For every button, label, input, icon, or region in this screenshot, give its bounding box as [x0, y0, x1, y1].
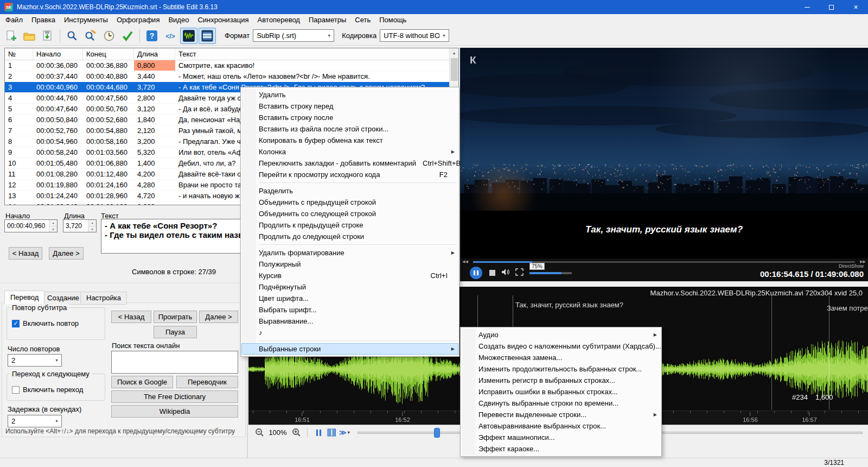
menu-option[interactable]: Полужирный: [241, 258, 458, 270]
zoom-in-button[interactable]: [290, 427, 303, 439]
menu-option[interactable]: Эффект машинописи...: [461, 432, 661, 443]
menu-option[interactable]: Выравнивание...: [241, 315, 458, 327]
menu-option[interactable]: Автовыравнивание выбранных строк...: [461, 420, 661, 432]
column-header-text[interactable]: Текст: [175, 48, 450, 60]
waveform-view-mode-button[interactable]: [325, 427, 338, 439]
menu-option[interactable]: Разделить: [241, 185, 458, 197]
pause-button[interactable]: Пауза: [154, 326, 197, 338]
menubar-item[interactable]: Параметры: [304, 14, 350, 26]
next-subtitle-button[interactable]: Далее >: [49, 247, 84, 260]
menu-option[interactable]: Объединить с предыдущей строкой: [241, 197, 458, 208]
tab-translate[interactable]: Перевод: [4, 291, 44, 304]
menu-option[interactable]: Изменить продолжительность выбранных стр…: [461, 363, 661, 375]
menu-option[interactable]: Удалить: [241, 89, 458, 100]
wikipedia-button[interactable]: Wikipedia: [111, 405, 238, 418]
start-time-stepper[interactable]: 00:00:40,960: [4, 219, 58, 232]
mute-button[interactable]: [501, 268, 510, 276]
minimize-button[interactable]: [795, 0, 819, 14]
waveform-toggle-button[interactable]: [180, 28, 197, 44]
previous-subtitle-button[interactable]: < Назад: [9, 247, 42, 260]
step-down-icon[interactable]: [88, 226, 96, 232]
menu-option[interactable]: Копировать в буфер обмена как текст: [241, 135, 458, 146]
table-row[interactable]: 100:00:36,08000:00:36,8800,800Смотрите, …: [5, 60, 450, 71]
video-frame[interactable]: [460, 48, 868, 211]
menu-option[interactable]: Множественная замена...: [461, 352, 661, 363]
translator-button[interactable]: Переводчик: [176, 376, 238, 388]
menu-option[interactable]: Переключить закладки - добавить коммента…: [241, 157, 458, 169]
menu-option[interactable]: Выбранные строки▶: [241, 343, 458, 355]
video-toggle-button[interactable]: [199, 28, 216, 44]
visual-sync-button[interactable]: [100, 28, 118, 44]
fullscreen-button[interactable]: [515, 268, 524, 276]
menu-option[interactable]: Изменить регистр в выбранных строках...: [461, 375, 661, 386]
video-pause-button[interactable]: [470, 267, 482, 279]
menu-option[interactable]: Подчёркнутый: [241, 281, 458, 293]
autogoto-checkbox[interactable]: Включить переход: [12, 386, 83, 394]
slider-thumb[interactable]: [434, 428, 440, 438]
menu-option[interactable]: Продлить до следующей строки: [241, 231, 458, 242]
column-header-end[interactable]: Конец: [83, 48, 134, 60]
menu-option[interactable]: Перейти к просмотру исходного кодаF2: [241, 169, 458, 180]
step-up-icon[interactable]: [88, 220, 96, 226]
tab-adjust[interactable]: Настройка: [80, 292, 127, 305]
zoom-level-label[interactable]: 100%: [266, 428, 290, 437]
next-button[interactable]: Далее >: [199, 311, 238, 323]
column-header-start[interactable]: Начало: [33, 48, 83, 60]
menubar-item[interactable]: Видео: [164, 14, 193, 26]
new-file-button[interactable]: [2, 28, 20, 44]
menubar-item[interactable]: Инструменты: [60, 14, 112, 26]
duration-stepper[interactable]: 3,720: [63, 219, 97, 232]
delay-select[interactable]: 2: [8, 415, 62, 427]
menubar-item[interactable]: Автоперевод: [253, 14, 304, 26]
zoom-out-button[interactable]: [253, 427, 266, 439]
repeat-checkbox[interactable]: Включить повтор: [12, 319, 79, 327]
menu-option[interactable]: Вставить из файла после этой строки...: [241, 123, 458, 135]
menubar-item[interactable]: Правка: [27, 14, 60, 26]
column-header-duration[interactable]: Длина: [134, 48, 175, 60]
column-header-number[interactable]: №: [5, 48, 33, 60]
scroll-up-icon[interactable]: ▲: [450, 48, 458, 58]
menubar-item[interactable]: Сеть: [350, 14, 375, 26]
menu-option[interactable]: Сдвинуть выбранные строки по времени...: [461, 397, 661, 409]
video-stop-button[interactable]: [489, 270, 495, 276]
prev-button[interactable]: < Назад: [111, 311, 151, 323]
seek-back-icon[interactable]: [462, 260, 468, 264]
menu-option[interactable]: Эффект караоке...: [461, 443, 661, 455]
menu-option[interactable]: Колонка▶: [241, 146, 458, 157]
step-up-icon[interactable]: [49, 220, 57, 226]
menubar-item[interactable]: Орфография: [112, 14, 164, 26]
google-search-button[interactable]: Поиск в Google: [111, 376, 173, 388]
menubar-item[interactable]: Файл: [1, 14, 27, 26]
menu-option[interactable]: Вставить строку перед: [241, 100, 458, 112]
menu-option[interactable]: КурсивCtrl+I: [241, 270, 458, 281]
menu-option[interactable]: Аудио▶: [461, 329, 661, 340]
scrollbar-thumb[interactable]: [451, 58, 458, 81]
source-view-button[interactable]: </>: [162, 28, 179, 44]
menu-option[interactable]: Создать видео с наложенными субтитрами (…: [461, 340, 661, 352]
volume-slider[interactable]: [529, 272, 572, 274]
table-row[interactable]: 200:00:37,44000:00:40,8803,440- Может, н…: [5, 71, 450, 82]
menu-option[interactable]: ♪: [241, 327, 458, 338]
repeat-count-select[interactable]: 2: [8, 354, 62, 367]
menu-option[interactable]: Выбрать шрифт...: [241, 304, 458, 315]
spell-check-button[interactable]: [119, 28, 136, 44]
horizontal-splitter[interactable]: [0, 282, 248, 283]
menu-option[interactable]: Продлить к предыдущей строке: [241, 219, 458, 231]
replace-button[interactable]: [82, 28, 99, 44]
menu-option[interactable]: Вставить строку после: [241, 112, 458, 123]
step-down-icon[interactable]: [49, 226, 57, 232]
waveform-pause-button[interactable]: [312, 427, 325, 439]
close-button[interactable]: ×: [844, 0, 868, 14]
help-button[interactable]: ?: [143, 28, 161, 44]
free-dictionary-button[interactable]: The Free Dictionary: [111, 390, 238, 403]
find-button[interactable]: [63, 28, 81, 44]
menubar-item[interactable]: Помощь: [375, 14, 411, 26]
menu-option[interactable]: Исправить ошибки в выбранных строках...: [461, 386, 661, 397]
menubar-item[interactable]: Синхронизация: [193, 14, 253, 26]
menu-option[interactable]: Объединить со следующей строкой: [241, 208, 458, 219]
playback-speed-button[interactable]: ≫: [338, 427, 351, 439]
format-select[interactable]: SubRip (.srt): [253, 29, 334, 42]
menu-option[interactable]: Цвет шрифта...: [241, 293, 458, 304]
maximize-button[interactable]: [819, 0, 844, 14]
play-button[interactable]: Проиграть: [154, 311, 197, 323]
